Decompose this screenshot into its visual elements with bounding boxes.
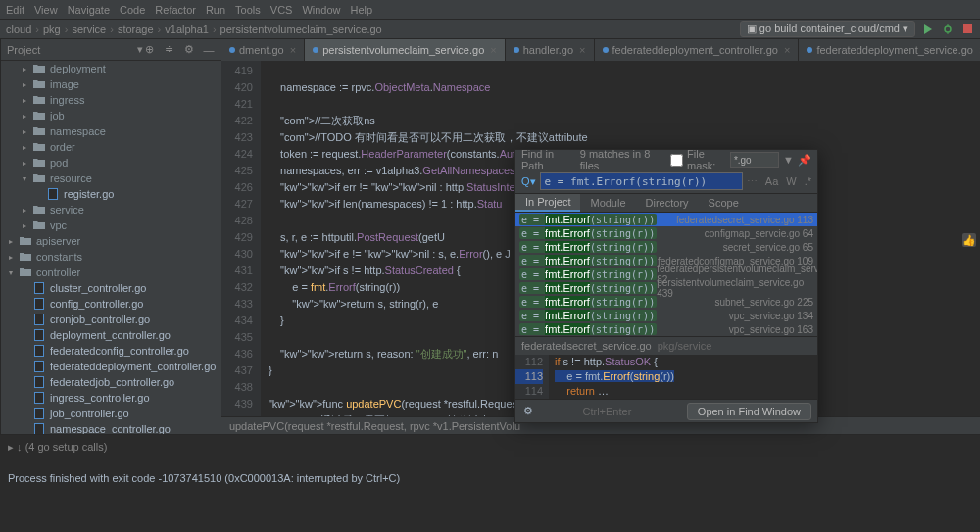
tree-item[interactable]: config_controller.go: [1, 296, 221, 312]
run-tool-window[interactable]: ▸ ↓ (4 go setup calls) Process finished …: [0, 434, 980, 532]
editor-tab[interactable]: handler.go×: [506, 39, 595, 61]
breadcrumb-seg[interactable]: storage: [118, 24, 154, 35]
settings-icon[interactable]: ⚙: [521, 405, 535, 418]
file-icon: [32, 361, 46, 372]
find-result-row[interactable]: e = fmt.Errorf(string(r))persistentvolum…: [515, 281, 817, 295]
menu-help[interactable]: Help: [351, 4, 373, 16]
breadcrumb-seg[interactable]: v1alpha1: [165, 24, 209, 35]
editor-tabs[interactable]: dment.go×persistentvolumeclaim_service.g…: [221, 39, 980, 61]
run-config-selector[interactable]: ▣ go build container_cloud/cmd ▾: [740, 21, 915, 37]
hide-icon[interactable]: —: [202, 43, 216, 57]
breadcrumb-seg[interactable]: persistentvolumeclaim_service.go: [220, 24, 382, 35]
find-title: Find in Path: [521, 148, 574, 171]
gear-icon[interactable]: ⚙: [182, 43, 196, 57]
file-icon: [229, 47, 235, 53]
pin-icon[interactable]: 📌: [798, 153, 811, 167]
menu-tools[interactable]: Tools: [235, 4, 261, 16]
find-tab-project[interactable]: In Project: [515, 194, 580, 212]
word-toggle[interactable]: W: [786, 175, 796, 188]
project-tree[interactable]: ▸deployment▸image▸ingress▸job▸namespace▸…: [1, 61, 221, 434]
tree-item[interactable]: ▾resource: [1, 170, 221, 186]
find-tab-module[interactable]: Module: [580, 194, 635, 212]
file-icon: [603, 47, 609, 53]
preview-code[interactable]: if s != http.StatusOK { e = fmt.Errorf(s…: [549, 355, 817, 399]
tree-item[interactable]: federatedjob_controller.go: [1, 374, 221, 390]
file-icon: [32, 376, 46, 388]
close-icon[interactable]: ×: [784, 44, 790, 56]
thumbs-up-icon[interactable]: 👍: [962, 233, 976, 247]
find-match-count: 9 matches in 8 files: [580, 148, 664, 171]
open-find-window-button[interactable]: Open in Find Window: [687, 403, 811, 420]
tree-item[interactable]: ▸apiserver: [1, 233, 221, 249]
menu-view[interactable]: View: [34, 4, 58, 16]
tree-item[interactable]: ▾controller: [1, 265, 221, 280]
folder-icon: [32, 172, 46, 184]
tree-item[interactable]: ▸pod: [1, 155, 221, 170]
editor-tab[interactable]: persistentvolumeclaim_service.go×: [305, 39, 506, 61]
menu-navigate[interactable]: Navigate: [68, 4, 110, 16]
editor-tab[interactable]: dment.go×: [221, 39, 305, 61]
filter-icon[interactable]: ▼: [783, 153, 794, 167]
menu-window[interactable]: Window: [302, 4, 340, 16]
editor-tab[interactable]: federateddeployment_controller.go×: [595, 39, 800, 61]
tree-item[interactable]: federatedconfig_controller.go: [1, 343, 221, 359]
menu-vcs[interactable]: VCS: [270, 4, 293, 16]
menu-edit[interactable]: Edit: [6, 4, 24, 16]
tree-item[interactable]: deployment_controller.go: [1, 327, 221, 343]
locate-icon[interactable]: ⊕: [143, 43, 157, 57]
file-icon: [32, 345, 46, 357]
close-icon[interactable]: ×: [579, 44, 585, 56]
filemask-checkbox[interactable]: [670, 154, 683, 167]
debug-icon[interactable]: [941, 23, 955, 36]
file-icon: [32, 298, 46, 310]
find-tab-scope[interactable]: Scope: [699, 194, 749, 212]
tree-item[interactable]: ▸image: [1, 76, 221, 92]
find-result-row[interactable]: e = fmt.Errorf(string(r))vpc_service.go …: [515, 309, 817, 322]
tree-item[interactable]: ▸deployment: [1, 61, 221, 76]
find-results[interactable]: e = fmt.Errorf(string(r))federatedsecret…: [515, 213, 817, 336]
find-input[interactable]: [540, 172, 743, 190]
tree-item[interactable]: ▸ingress: [1, 92, 221, 108]
find-tab-directory[interactable]: Directory: [636, 194, 699, 212]
filemask-input[interactable]: [730, 152, 779, 168]
menu-code[interactable]: Code: [120, 4, 145, 16]
close-icon[interactable]: ×: [290, 44, 296, 56]
tree-item[interactable]: cronjob_controller.go: [1, 312, 221, 327]
tree-item[interactable]: register.go: [1, 186, 221, 202]
tree-item[interactable]: ▸service: [1, 202, 221, 218]
run-icon[interactable]: [921, 23, 935, 36]
find-result-row[interactable]: e = fmt.Errorf(string(r))federatedsecret…: [515, 213, 817, 226]
tree-item[interactable]: ingress_controller.go: [1, 390, 221, 406]
find-result-row[interactable]: e = fmt.Errorf(string(r))configmap_servc…: [515, 226, 817, 240]
menu-refactor[interactable]: Refactor: [155, 4, 196, 16]
tree-item[interactable]: ▸constants: [1, 249, 221, 265]
folder-icon: [19, 266, 32, 278]
folder-icon: [32, 63, 46, 74]
find-result-row[interactable]: e = fmt.Errorf(string(r))secret_service.…: [515, 240, 817, 254]
breadcrumb-seg[interactable]: cloud: [6, 24, 31, 35]
breadcrumb-seg[interactable]: service: [72, 24, 106, 35]
tree-item[interactable]: ▸order: [1, 139, 221, 155]
collapse-icon[interactable]: ≑: [163, 43, 176, 57]
folder-icon: [32, 110, 46, 121]
tree-item[interactable]: federateddeployment_controller.go: [1, 359, 221, 374]
file-icon: [32, 314, 46, 325]
tree-item[interactable]: namespace_controller.go: [1, 421, 221, 434]
tree-item[interactable]: ▸vpc: [1, 218, 221, 233]
regex-toggle[interactable]: .*: [805, 175, 811, 188]
case-toggle[interactable]: Aa: [765, 175, 778, 188]
tree-item[interactable]: cluster_controller.go: [1, 280, 221, 296]
breadcrumb-seg[interactable]: pkg: [43, 24, 61, 35]
close-icon[interactable]: ×: [490, 44, 496, 56]
tree-item[interactable]: job_controller.go: [1, 406, 221, 421]
project-title: Project: [7, 44, 137, 56]
tree-item[interactable]: ▸job: [1, 108, 221, 123]
folder-icon: [19, 251, 32, 263]
menu-run[interactable]: Run: [206, 4, 225, 16]
folder-icon: [19, 235, 32, 247]
editor-tab[interactable]: federateddeployment_service.go×: [799, 39, 980, 61]
folder-icon: [32, 204, 46, 216]
stop-icon[interactable]: [960, 23, 974, 36]
tree-item[interactable]: ▸namespace: [1, 123, 221, 139]
find-result-row[interactable]: e = fmt.Errorf(string(r))vpc_service.go …: [515, 322, 817, 336]
